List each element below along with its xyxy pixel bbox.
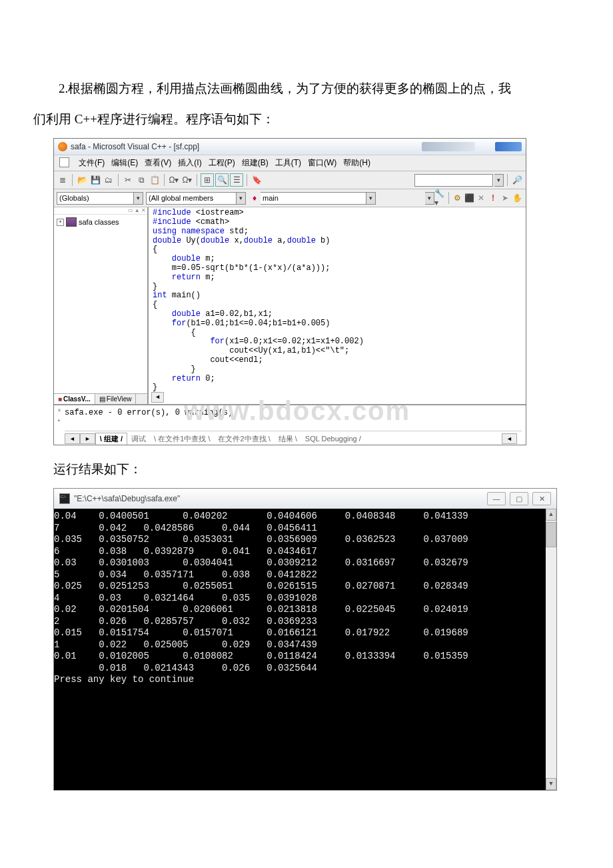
build-icon[interactable]: ⬛: [463, 192, 475, 204]
tree-expand-icon[interactable]: +: [57, 219, 64, 226]
compile-icon[interactable]: ⚙: [451, 192, 463, 204]
toolbar: ≣ 📂 💾 🗂 ✂ ⧉ 📋 Ω▾ Ω▾ ⊞ 🔍 ☰ 🔖 🔎: [54, 171, 526, 189]
tab-debug[interactable]: 调试: [127, 433, 150, 445]
watermark: www.bdocx.com: [184, 396, 410, 426]
console-titlebar: "E:\C++\safa\Debug\safa.exe" — ▢ ✕: [54, 489, 556, 509]
dropdown-arrow-icon[interactable]: [366, 192, 376, 205]
tab-build[interactable]: \ 组建 /: [95, 433, 127, 445]
intro-line2: 们利用 C++程序进行编程。程序语句如下：: [33, 107, 580, 131]
console-output: 0.04 0.0400501 0.040202 0.0404606 0.0408…: [54, 509, 556, 790]
ide-titlebar: safa - Microsoft Visual C++ - [sf.cpp]: [54, 139, 526, 155]
menu-file[interactable]: 文件(F): [79, 157, 105, 169]
menu-project[interactable]: 工程(P): [209, 157, 235, 169]
paste-icon[interactable]: 📋: [149, 174, 161, 186]
dropdown-arrow-icon[interactable]: [494, 174, 504, 187]
intro-paragraph: 2.根据椭圆方程，利用描点法画椭圆曲线，为了方便的获得更多的椭圆上的点，我 们利…: [33, 77, 580, 131]
exec-icon[interactable]: !: [487, 192, 499, 204]
new-icon[interactable]: ≣: [57, 174, 69, 186]
saveall-icon[interactable]: 🗂: [103, 174, 115, 186]
output-panel: ✕ ▸ safa.exe - 0 error(s), 0 warning(s) …: [54, 404, 526, 445]
menu-insert[interactable]: 插入(I): [178, 157, 201, 169]
close-button[interactable]: ✕: [532, 492, 551, 505]
console-icon: [59, 493, 70, 504]
console-scrollbar[interactable]: ▲ ▼: [546, 509, 556, 790]
menu-window[interactable]: 窗口(W): [308, 157, 336, 169]
tab-result[interactable]: 结果 \: [275, 433, 301, 445]
save-icon[interactable]: 💾: [89, 174, 101, 186]
bookmark-icon[interactable]: ☰: [230, 173, 243, 187]
ide-title: safa - Microsoft Visual C++ - [sf.cpp]: [71, 142, 199, 151]
menu-view[interactable]: 查看(V): [145, 157, 171, 169]
titlebar-blur: [422, 142, 475, 151]
toolbar-members: (Globals) (All global members ♦ main 🔧▾ …: [54, 189, 526, 207]
menu-tools[interactable]: 工具(T): [275, 157, 301, 169]
tab-sql[interactable]: SQL Debugging /: [301, 434, 365, 443]
copy-icon[interactable]: ⧉: [135, 174, 147, 186]
workspace-icon[interactable]: ⊞: [201, 173, 214, 187]
hscroll-left-icon[interactable]: ◄: [151, 392, 164, 403]
ide-window: safa - Microsoft Visual C++ - [sf.cpp] 文…: [53, 138, 526, 445]
tab-fileview[interactable]: ▤FileView: [95, 394, 137, 404]
hscroll-left-icon[interactable]: ◄: [502, 433, 517, 444]
func-icon: ♦: [249, 192, 261, 204]
globals-dropdown[interactable]: (Globals): [57, 192, 134, 205]
dropdown-arrow-icon[interactable]: [237, 192, 246, 205]
menu-edit[interactable]: 编辑(E): [111, 157, 138, 169]
minimize-button[interactable]: —: [487, 492, 506, 505]
tab-prev-icon[interactable]: ◄: [65, 433, 80, 444]
tab-next-icon[interactable]: ►: [80, 433, 95, 444]
tree-root[interactable]: + safa classes: [57, 217, 145, 227]
stop-icon[interactable]: ✕: [475, 192, 487, 204]
output-tabs: ◄ ► \ 组建 / 调试 \ 在文件1中查找 \ 在文件2中查找 \ 结果 \…: [65, 431, 522, 445]
tab-classview[interactable]: ■ClassV...: [54, 394, 95, 404]
redo-icon[interactable]: Ω▾: [181, 174, 193, 186]
binocular-icon[interactable]: 🔎: [511, 174, 523, 186]
open-icon[interactable]: 📂: [76, 174, 88, 186]
dropdown-arrow-icon[interactable]: [134, 192, 143, 205]
scroll-thumb[interactable]: [546, 522, 556, 547]
maximize-button[interactable]: ▢: [510, 492, 528, 505]
console-title-text: "E:\C++\safa\Debug\safa.exe": [74, 494, 180, 503]
break-icon[interactable]: ✋: [511, 192, 523, 204]
console-window: "E:\C++\safa\Debug\safa.exe" — ▢ ✕ 0.04 …: [53, 488, 557, 791]
intro-line1: 2.根据椭圆方程，利用描点法画椭圆曲线，为了方便的获得更多的椭圆上的点，我: [33, 77, 580, 101]
close-panel-icon[interactable]: ✕ ▸: [55, 407, 62, 423]
class-view-sidebar: ▭ ▲ ✕ + safa classes ■ClassV... ▤FileVie…: [54, 207, 149, 404]
tools-icon[interactable]: 🔧▾: [434, 192, 446, 204]
titlebar-blur: [495, 142, 522, 151]
scroll-down-icon[interactable]: ▼: [546, 778, 556, 790]
doc-icon: [59, 157, 69, 167]
members-dropdown[interactable]: (All global members: [146, 192, 237, 205]
sidebar-header: ▭ ▲ ✕: [54, 207, 147, 215]
scroll-up-icon[interactable]: ▲: [546, 509, 556, 521]
result-label: 运行结果如下：: [53, 457, 560, 481]
main-dropdown[interactable]: main: [261, 192, 366, 205]
undo-icon[interactable]: Ω▾: [168, 174, 180, 186]
tree-root-label: safa classes: [79, 218, 119, 226]
tab-find1[interactable]: \ 在文件1中查找 \: [150, 433, 214, 445]
classes-icon: [66, 217, 77, 227]
dropdown-arrow-icon[interactable]: [425, 192, 434, 205]
search-dropdown[interactable]: [414, 174, 493, 187]
menu-help[interactable]: 帮助(H): [343, 157, 370, 169]
code-editor[interactable]: #include <iostream> #include <cmath> usi…: [149, 207, 526, 404]
find-icon[interactable]: 🔍: [215, 173, 229, 187]
menu-build[interactable]: 组建(B): [242, 157, 269, 169]
tab-find2[interactable]: 在文件2中查找 \: [214, 433, 274, 445]
vc-icon: [58, 142, 67, 151]
go-icon[interactable]: 🔖: [251, 174, 263, 186]
menubar: 文件(F) 编辑(E) 查看(V) 插入(I) 工程(P) 组建(B) 工具(T…: [54, 155, 526, 171]
cut-icon[interactable]: ✂: [122, 174, 134, 186]
go-icon[interactable]: ➤: [499, 192, 511, 204]
